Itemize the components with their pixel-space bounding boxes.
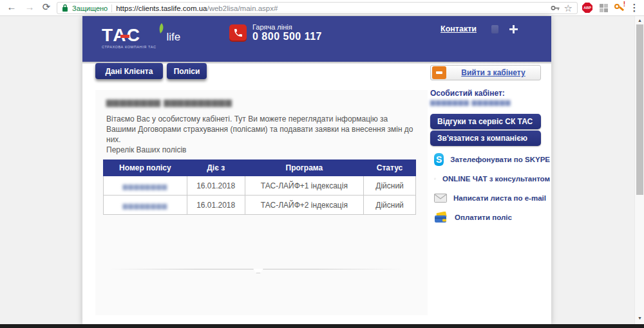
url-path: /web2lisa/main.aspx#	[207, 5, 278, 12]
tas-life-logo[interactable]: ТАС СТРАХОВА КОМПАНІЯ ТАС life	[102, 27, 180, 49]
tab-client-data[interactable]: Дані Клієнта	[95, 63, 163, 79]
extension-icon[interactable]	[598, 2, 609, 14]
security-label: Защищено	[72, 5, 108, 12]
logo-life-text: life	[166, 31, 180, 49]
table-row: ▆▆▆▆▆▆▆▆ 16.01.2018 ТАС-ЛАЙФ+1 індексаці…	[104, 176, 416, 196]
col-status: Статус	[364, 160, 416, 176]
policies-table: Номер полісу Діє з Програма Статус ▆▆▆▆▆…	[103, 159, 416, 215]
scroll-up-icon[interactable]: ▲	[635, 18, 644, 23]
scrollbar-thumb[interactable]	[636, 24, 643, 195]
window-bottom-edge	[0, 324, 644, 328]
user-name-blurred: ▆▆▆▆▆▆▆▆ ▆▆▆▆▆▆▆▆▆▆	[106, 97, 232, 107]
contact-chat-link[interactable]: ONLINE ЧАТ з консультантом	[434, 171, 550, 187]
policies-list-label: Перелік Ваших полісів	[106, 145, 186, 154]
policy-date: 16.01.2018	[187, 176, 245, 196]
contact-email-link[interactable]: Написати листа по e-mail	[434, 190, 550, 206]
omnibox-divider	[111, 5, 112, 12]
col-valid-from: Діє з	[187, 160, 245, 176]
cabinet-user-blurred[interactable]: ▆▆▆▆▆▆▆ ▆▆▆▆▆▆▆	[430, 98, 511, 105]
contact-skype-link[interactable]: S Зателефонувати по SKYPE	[434, 152, 550, 167]
key-icon[interactable]	[551, 4, 560, 12]
hotline-number: 0 800 500 117	[252, 31, 322, 42]
logout-label: Вийти з кабінету	[446, 68, 540, 77]
password-key-extension-icon[interactable]: !	[613, 2, 625, 14]
policy-number-link[interactable]: ▆▆▆▆▆▆▆▆	[123, 202, 168, 209]
emblem-icon[interactable]	[491, 25, 498, 33]
hotline-block: Гаряча лінія 0 800 500 117	[229, 23, 322, 42]
welcome-text: Вітаємо Вас у особистому кабінеті. Тут В…	[106, 114, 417, 145]
skype-icon: S	[434, 153, 444, 166]
forward-icon[interactable]: →	[23, 1, 36, 12]
sidebar-section-feedback[interactable]: Відгуки та сервіс СК ТАС	[430, 114, 541, 129]
policy-program: ТАС-ЛАЙФ+2 індексація	[245, 196, 363, 215]
logo-tagline: СТРАХОВА КОМПАНІЯ ТАС	[102, 45, 156, 49]
refresh-icon[interactable]: ⟳	[40, 1, 53, 13]
contact-pay-link[interactable]: Оплатити поліс	[434, 210, 550, 225]
bookmark-star-icon[interactable]: ☆	[564, 4, 573, 12]
page-content-column: ТАС СТРАХОВА КОМПАНІЯ ТАС life Гаряча лі…	[82, 16, 551, 324]
policy-program: ТАС-ЛАЙФ+1 індексація	[245, 176, 363, 196]
table-header-row: Номер полісу Діє з Програма Статус	[104, 160, 416, 176]
screenshot-root: ← → ⟳ Защищено https://clients.taslife.c…	[0, 0, 644, 328]
leaf-icon	[157, 23, 165, 35]
adblock-extension-icon[interactable]: ABP	[582, 2, 593, 14]
cabinet-label: Особистий кабінет:	[430, 89, 505, 98]
payment-icon	[434, 212, 448, 224]
table-row: ▆▆▆▆▆▆▆▆ 16.01.2018 ТАС-ЛАЙФ+2 індексаці…	[104, 196, 416, 215]
col-program: Програма	[245, 160, 363, 176]
url-domain: https://clients.taslife.com.ua	[116, 5, 207, 12]
plus-icon[interactable]	[509, 25, 518, 33]
logo-red-accent	[120, 35, 129, 38]
logout-button[interactable]: Вийти з кабінету	[430, 65, 541, 80]
policy-status: Дійсний	[364, 196, 416, 215]
policy-status: Дійсний	[364, 176, 416, 196]
policy-number-link[interactable]: ▆▆▆▆▆▆▆▆	[123, 183, 168, 190]
sidebar-section-contact[interactable]: Зв'язатися з компанією	[430, 131, 541, 146]
col-policy-number: Номер полісу	[104, 160, 187, 176]
email-icon	[434, 194, 447, 203]
policy-date: 16.01.2018	[187, 196, 245, 215]
logout-icon	[432, 66, 446, 79]
tab-policies[interactable]: Поліси	[167, 63, 207, 79]
phone-icon	[229, 24, 247, 42]
hotline-label: Гаряча лінія	[252, 23, 322, 31]
back-icon[interactable]: ←	[5, 1, 18, 12]
browser-toolbar: ← → ⟳ Защищено https://clients.taslife.c…	[0, 0, 644, 16]
browser-scrollbar[interactable]: ▲ ▼	[634, 16, 644, 328]
chat-icon	[434, 173, 436, 185]
contacts-link[interactable]: Контакти	[440, 24, 477, 33]
browser-menu-icon[interactable]: ⋮	[629, 2, 640, 14]
logo-text: ТАС	[102, 27, 156, 44]
address-bar[interactable]: Защищено https://clients.taslife.com.ua/…	[57, 2, 578, 14]
lock-icon	[62, 4, 68, 12]
scroll-down-icon[interactable]: ▼	[635, 316, 644, 320]
site-header: ТАС СТРАХОВА КОМПАНІЯ ТАС life Гаряча лі…	[82, 16, 551, 62]
page-url: https://clients.taslife.com.ua/web2lisa/…	[116, 5, 278, 12]
